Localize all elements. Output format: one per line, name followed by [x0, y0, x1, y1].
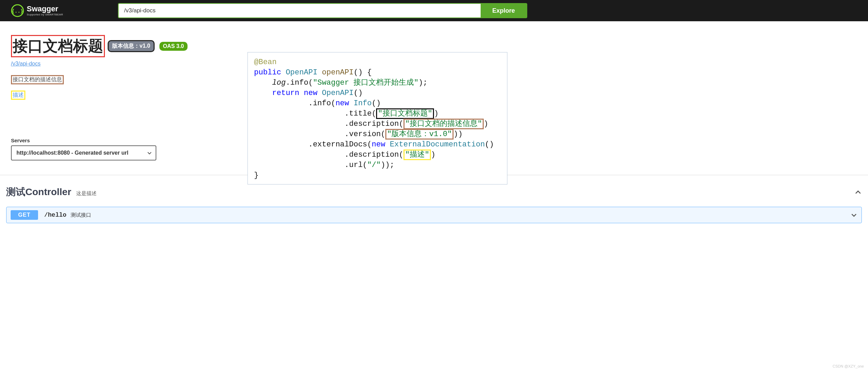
watermark: CSDN @XZY_one	[833, 364, 864, 368]
code-snippet-overlay: @Bean public OpenAPI openAPI() { log.inf…	[248, 52, 507, 184]
brand-sub: Supported by SMARTBEAR	[27, 13, 63, 16]
code-url-str: "/"	[367, 161, 381, 169]
code-log-call: .info(	[286, 79, 313, 87]
code-type-ext: ExternalDocumentation	[390, 140, 485, 149]
code-type-openapi: OpenAPI	[286, 68, 317, 77]
method-badge-get: GET	[11, 210, 38, 220]
explore-button[interactable]: Explore	[481, 4, 527, 17]
code-kw-return: return	[272, 89, 299, 97]
code-type-openapi2: OpenAPI	[322, 89, 353, 97]
code-extdesc-str: "描述"	[405, 151, 429, 159]
chevron-down-icon	[851, 212, 857, 218]
code-ver-str: "版本信息：v1.0"	[387, 130, 452, 139]
url-bar: Explore	[118, 3, 527, 18]
code-fn-openapi: openAPI	[322, 68, 353, 77]
operation-summary: 测试接口	[71, 212, 91, 218]
code-desc-m: .description(	[345, 120, 403, 128]
operation-path: /hello	[44, 212, 67, 218]
api-description: 接口文档的描述信息	[11, 75, 64, 84]
servers-select[interactable]: http://localhost:8080 - Generated server…	[11, 145, 156, 160]
code-kw-new2: new	[336, 99, 349, 108]
servers-selected: http://localhost:8080 - Generated server…	[16, 150, 128, 156]
code-extdesc-m: .description(	[345, 151, 403, 159]
code-annotation: @Bean	[254, 58, 277, 67]
brand-text: Swagger Supported by SMARTBEAR	[27, 5, 63, 16]
url-input[interactable]	[119, 4, 481, 17]
chevron-up-icon	[854, 188, 862, 196]
code-url-m: .url(	[345, 161, 367, 169]
operation-block[interactable]: GET /hello 测试接口	[6, 207, 862, 223]
chevron-down-icon	[147, 150, 152, 156]
code-type-info: Info	[353, 99, 372, 108]
code-log-str: "Swagger 接口文档开始生成"	[313, 79, 419, 87]
swagger-logo-icon: {..}	[11, 4, 24, 17]
code-desc-str: "接口文档的描述信息"	[405, 120, 482, 128]
tag-description: 这是描述	[76, 190, 97, 197]
api-docs-link[interactable]: /v3/api-docs	[11, 61, 40, 67]
tag-header[interactable]: 测试Controller 这是描述	[6, 186, 862, 199]
title-highlight: 接口文档标题	[11, 35, 105, 57]
code-kw-public: public	[254, 68, 281, 77]
tag-name: 测试Controller	[6, 186, 71, 199]
oas-badge: OAS 3.0	[159, 42, 187, 51]
code-extdocs-m: .externalDocs(	[308, 140, 372, 149]
code-title-m: .title(	[345, 109, 376, 118]
logo: {..} Swagger Supported by SMARTBEAR	[11, 4, 63, 17]
svg-text:{..}: {..}	[12, 8, 23, 14]
code-title-str: "接口文档标题"	[378, 109, 432, 118]
external-doc-link[interactable]: 描述	[13, 92, 24, 98]
code-kw-new3: new	[372, 140, 385, 149]
api-title: 接口文档标题	[13, 36, 103, 56]
code-var-log: log	[272, 79, 286, 87]
topbar: {..} Swagger Supported by SMARTBEAR Expl…	[0, 0, 868, 21]
brand-main: Swagger	[27, 5, 63, 13]
code-ver-m: .version(	[345, 130, 385, 139]
version-badge: 版本信息：v1.0	[108, 40, 155, 52]
external-doc-highlight: 描述	[11, 91, 25, 100]
code-kw-new: new	[304, 89, 317, 97]
